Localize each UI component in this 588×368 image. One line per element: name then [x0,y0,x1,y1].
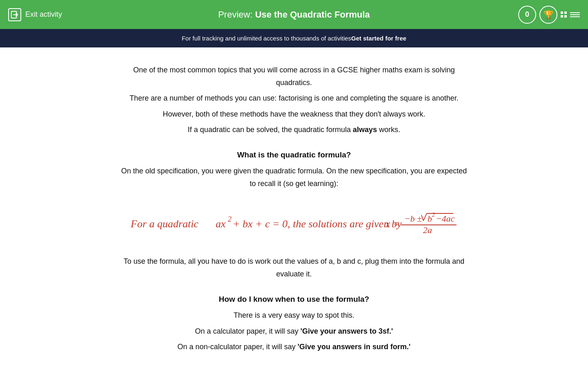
intro-4-end: works. [377,126,400,134]
exit-activity-button[interactable]: Exit activity [8,8,62,21]
menu-line-3 [570,16,580,17]
quadratic-formula-svg: For a quadratic ax 2 + bx + c = 0, the s… [127,202,461,243]
section3-2-bold: 'Give your answers to 3sf.' [301,327,393,335]
section3-2-plain: On a calculator paper, it will say [195,327,301,335]
svg-text:2: 2 [228,215,232,223]
top-bar: Exit activity Preview: Use the Quadratic… [0,0,588,29]
example-heading: Example 1: [118,366,470,368]
section2-body: To use the formula, all you have to do i… [118,255,470,280]
promo-banner: For full tracking and unlimited access t… [0,29,588,47]
intro-para-4: If a quadratic can be solved, the quadra… [118,123,470,136]
banner-text-bold[interactable]: Get started for free [351,35,406,42]
section3-heading: How do I know when to use the formula? [118,293,470,306]
menu-line-2 [570,14,580,15]
score-badge: 0 [518,6,536,24]
top-right-controls: 0 🏆 [518,6,580,24]
intro-para-2: There are a number of methods you can us… [118,92,470,105]
exit-icon [8,8,21,21]
exit-svg-icon [10,10,19,19]
intro-4-plain: If a quadratic can be solved, the quadra… [188,126,353,134]
section3-3-plain: On a non-calculator paper, it will say [178,343,298,351]
trophy-icon: 🏆 [539,6,557,24]
svg-text:2: 2 [432,212,435,218]
svg-text:b: b [428,213,432,224]
intro-4-bold: always [353,126,377,134]
banner-text-normal: For full tracking and unlimited access t… [182,35,351,42]
hamburger-menu-icon[interactable] [570,12,580,17]
dot-3 [561,15,563,18]
svg-text:For a quadratic: For a quadratic [130,218,199,230]
svg-text:2a: 2a [423,225,432,235]
section1-heading: What is the quadratic formula? [118,148,470,162]
section3-3-bold: 'Give you answers in surd form.' [298,343,411,351]
grid-dots-icon[interactable] [561,11,567,18]
intro-para-1: One of the most common topics that you w… [118,64,470,89]
activity-title: Preview: Use the Quadratic Formula [218,9,370,20]
intro-section: One of the most common topics that you w… [118,64,470,136]
svg-text:x =: x = [385,218,400,230]
menu-line-1 [570,12,580,13]
section3-para1: There is a very easy way to spot this. [118,309,470,322]
svg-text:ax: ax [216,218,226,230]
title-prefix: Preview: [218,9,255,20]
formula-display: For a quadratic ax 2 + bx + c = 0, the s… [118,202,470,243]
svg-text:−4ac: −4ac [436,213,455,224]
dot-1 [561,11,563,14]
section3: How do I know when to use the formula? T… [118,293,470,353]
svg-text:−b ±: −b ± [404,213,422,224]
title-main: Use the Quadratic Formula [255,9,370,20]
intro-para-3: However, both of these methods have the … [118,108,470,121]
section3-para2: On a calculator paper, it will say 'Give… [118,325,470,338]
svg-text:+ bx + c = 0, the solutions ar: + bx + c = 0, the solutions are given by [233,218,402,230]
svg-line-9 [423,213,427,221]
dot-2 [564,11,567,14]
section3-para3: On a non-calculator paper, it will say '… [118,341,470,353]
exit-activity-label: Exit activity [25,10,62,19]
section2: To use the formula, all you have to do i… [118,255,470,280]
main-content: One of the most common topics that you w… [110,47,478,368]
score-value: 0 [525,10,529,19]
dot-4 [564,15,567,18]
section1: What is the quadratic formula? On the ol… [118,148,470,190]
section1-body: On the old specification, you were given… [118,165,470,190]
